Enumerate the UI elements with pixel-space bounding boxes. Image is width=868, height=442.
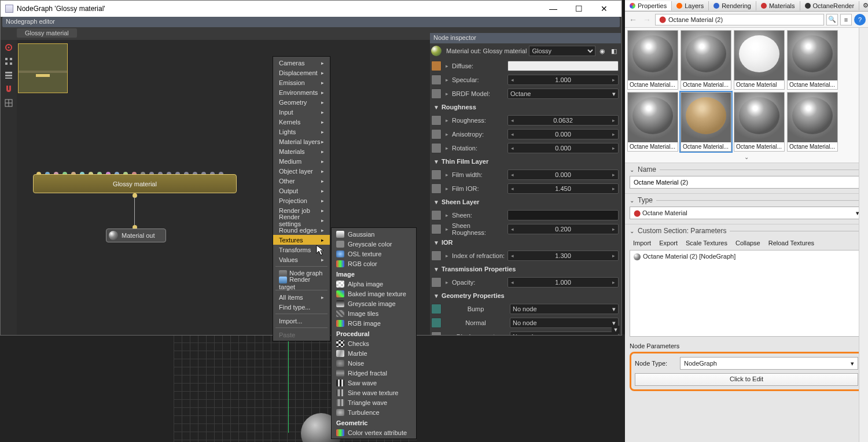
- tool-target-icon[interactable]: [2, 41, 16, 54]
- material-thumb-8[interactable]: Octane Material...: [787, 92, 838, 152]
- rotation-pin[interactable]: [431, 143, 442, 153]
- click-to-edit-button[interactable]: Click to Edit: [635, 373, 858, 386]
- submenu-saw-wave[interactable]: Saw wave: [332, 378, 416, 388]
- node-link[interactable]: [134, 197, 135, 226]
- section-ior[interactable]: ▼IOR: [431, 237, 619, 248]
- opacity-pin[interactable]: [431, 277, 442, 288]
- normal-pin[interactable]: [431, 318, 442, 328]
- sheen-pin[interactable]: [431, 210, 442, 220]
- type-select[interactable]: ⬤ Octane Material▾: [630, 207, 863, 219]
- submenu-greyscale-image[interactable]: Greyscale image: [332, 299, 416, 308]
- tool-layout-icon[interactable]: [2, 69, 16, 82]
- bump-select[interactable]: No node▾: [510, 304, 619, 314]
- inspector-scroll-down[interactable]: ▼: [612, 326, 620, 334]
- specular-slider[interactable]: ◂1.000▸: [507, 75, 619, 85]
- menu-other[interactable]: Other▸: [273, 176, 330, 186]
- menu-input[interactable]: Input▸: [273, 107, 330, 117]
- material-thumb-1[interactable]: Octane Material...: [627, 30, 678, 90]
- material-thumb-6[interactable]: Octane Material...: [681, 92, 731, 152]
- tool-grid-icon[interactable]: [2, 55, 16, 68]
- menu-import[interactable]: Import...: [273, 316, 330, 326]
- section-thin-film[interactable]: ▼Thin Film Layer: [431, 156, 619, 167]
- menu-displacement[interactable]: Displacement▸: [273, 68, 330, 78]
- submenu-rgb-image[interactable]: RGB image: [332, 318, 416, 328]
- menu-find-type[interactable]: Find type...: [273, 302, 330, 312]
- material-thumbnail[interactable]: [18, 43, 68, 93]
- action-export[interactable]: Export: [659, 240, 678, 246]
- tab-materials[interactable]: Materials: [756, 1, 800, 10]
- node-type-select[interactable]: NodeGraph▾: [680, 357, 858, 370]
- submenu-marble[interactable]: Marble: [332, 348, 416, 358]
- roughness-slider[interactable]: ◂0.0632▸: [507, 115, 619, 126]
- menu-medium[interactable]: Medium▸: [273, 156, 330, 166]
- material-thumb-7[interactable]: Octane Material...: [734, 92, 785, 152]
- section-roughness[interactable]: ▼Roughness: [431, 101, 619, 113]
- sheenr-slider[interactable]: ◂0.200▸: [507, 224, 619, 234]
- properties-scrollbar[interactable]: [859, 28, 868, 442]
- submenu-turbulence[interactable]: Turbulence: [332, 407, 416, 417]
- tree-item[interactable]: Octane Material (2) [NodeGraph]: [643, 253, 735, 260]
- tab-layers[interactable]: Layers: [672, 1, 709, 10]
- menu-output[interactable]: Output▸: [273, 186, 330, 196]
- menu-projection[interactable]: Projection▸: [273, 196, 330, 205]
- menu-lights[interactable]: Lights▸: [273, 127, 330, 137]
- menu-round-edges[interactable]: Round edges▸: [273, 225, 330, 235]
- section-geometry[interactable]: ▼Geometry Properties: [431, 290, 619, 301]
- menu-material-layers[interactable]: Material layers▸: [273, 137, 330, 146]
- menu-object-layer[interactable]: Object layer▸: [273, 166, 330, 176]
- ior-pin[interactable]: [431, 251, 442, 261]
- window-maximize-button[interactable]: ☐: [566, 1, 591, 16]
- diffuse-color[interactable]: [507, 61, 619, 71]
- name-input[interactable]: [630, 176, 863, 189]
- sheen-color[interactable]: [507, 210, 619, 220]
- action-import[interactable]: Import: [633, 240, 651, 246]
- menu-all-items[interactable]: All items▸: [273, 292, 330, 302]
- tab-octanerender[interactable]: OctaneRender: [800, 1, 860, 10]
- submenu-ridged-fractal[interactable]: Ridged fractal: [332, 368, 416, 378]
- submenu-alpha-image[interactable]: Alpha image: [332, 279, 416, 289]
- action-scale-textures[interactable]: Scale Textures: [686, 240, 727, 246]
- window-minimize-button[interactable]: —: [540, 1, 566, 16]
- aniso-slider[interactable]: ◂0.000▸: [507, 129, 619, 139]
- submenu-gaussian[interactable]: Gaussian: [332, 229, 416, 239]
- filmwidth-pin[interactable]: [431, 170, 442, 180]
- submenu-color-vertex-attr[interactable]: Color vertex attribute: [332, 428, 416, 437]
- brdf-select[interactable]: Octane▾: [507, 89, 619, 99]
- action-collapse[interactable]: Collapse: [735, 240, 760, 246]
- menu-kernels[interactable]: Kernels▸: [273, 117, 330, 127]
- visibility-icon[interactable]: ◉: [598, 47, 607, 55]
- menu-materials[interactable]: Materials▸: [273, 146, 330, 156]
- menu-transforms[interactable]: Transforms▸: [273, 245, 330, 255]
- section-sheen[interactable]: ▼Sheen Layer: [431, 196, 619, 208]
- window-titlebar[interactable]: NodeGraph 'Glossy material' — ☐ ✕: [1, 1, 621, 17]
- breadcrumb[interactable]: ⬤Octane Material (2): [655, 14, 824, 25]
- material-thumb-5[interactable]: Octane Material...: [627, 92, 678, 152]
- tab-glossy-material[interactable]: Glossy material: [17, 28, 77, 38]
- menu-emission[interactable]: Emission▸: [273, 78, 330, 87]
- ior-slider[interactable]: ◂1.300▸: [507, 251, 619, 261]
- tool-table-icon[interactable]: [2, 97, 16, 109]
- submenu-checks[interactable]: Checks: [332, 338, 416, 348]
- material-thumb-4[interactable]: Octane Material...: [787, 30, 838, 90]
- rotation-slider[interactable]: ◂0.000▸: [507, 143, 619, 153]
- roughness-pin[interactable]: [431, 115, 442, 126]
- menu-render-settings[interactable]: Render settings▸: [273, 215, 330, 225]
- disp-pin[interactable]: [431, 332, 442, 335]
- material-grid-more[interactable]: ⌄: [627, 154, 866, 160]
- material-thumb-3[interactable]: Octane Material: [734, 30, 785, 90]
- submenu-rgb-color[interactable]: RGB color: [332, 259, 416, 268]
- panel-settings-icon[interactable]: ⚙: [859, 2, 868, 9]
- submenu-image-tiles[interactable]: Image tiles: [332, 308, 416, 318]
- submenu-baked-image[interactable]: Baked image texture: [332, 289, 416, 299]
- nav-back-button[interactable]: ←: [627, 14, 639, 25]
- bump-pin[interactable]: [431, 304, 442, 314]
- material-thumb-2[interactable]: Octane Material...: [681, 30, 731, 90]
- parameter-tree[interactable]: Octane Material (2) [NodeGraph]: [630, 250, 863, 337]
- menu-values[interactable]: Values▸: [273, 255, 330, 264]
- menu-icon[interactable]: ≡: [840, 14, 852, 25]
- menu-cameras[interactable]: Cameras▸: [273, 58, 330, 68]
- filmwidth-slider[interactable]: ◂0.000▸: [507, 170, 619, 180]
- filmior-pin[interactable]: [431, 183, 442, 194]
- filmior-slider[interactable]: ◂1.450▸: [507, 183, 619, 194]
- window-close-button[interactable]: ✕: [591, 1, 617, 16]
